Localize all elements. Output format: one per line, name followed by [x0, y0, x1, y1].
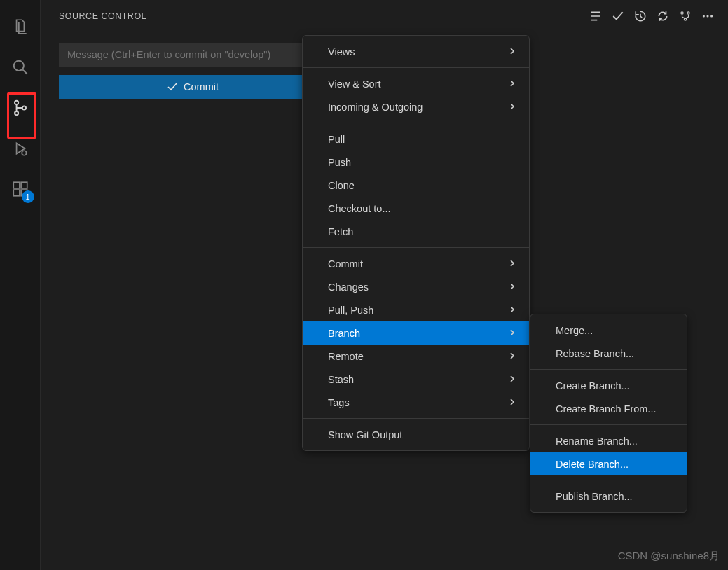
submenu-item-delete-branch-[interactable]: Delete Branch... [530, 452, 687, 475]
tree-icon [589, 10, 602, 22]
panel-title: SOURCE CONTROL [59, 11, 585, 21]
svg-point-3 [14, 111, 18, 115]
menu-item-label: Publish Branch... [556, 491, 633, 502]
svg-point-0 [13, 61, 23, 71]
activity-run-debug[interactable] [4, 132, 37, 165]
chevron-right-icon [508, 46, 516, 57]
menu-item-label: Changes [328, 281, 369, 293]
menu-item-label: Branch [328, 328, 360, 339]
menu-item-label: Remote [328, 351, 364, 362]
svg-point-10 [681, 11, 683, 13]
menu-item-label: Incoming & Outgoing [328, 102, 423, 113]
chevron-right-icon [508, 281, 516, 293]
svg-point-14 [706, 15, 708, 17]
menu-item-label: Checkout to... [328, 203, 390, 214]
menu-item-label: Views [328, 46, 355, 57]
svg-rect-6 [13, 182, 20, 188]
view-tree-button[interactable] [585, 6, 606, 27]
svg-point-11 [687, 11, 689, 13]
search-icon [11, 58, 29, 76]
commit-button-label: Commit [184, 81, 219, 92]
submenu-item-create-branch-from-[interactable]: Create Branch From... [530, 397, 687, 420]
more-icon [701, 10, 714, 22]
check-icon [167, 81, 178, 92]
menu-item-fetch[interactable]: Fetch [303, 220, 529, 243]
chevron-right-icon [508, 258, 516, 270]
activity-source-control[interactable] [4, 91, 37, 125]
history-icon [634, 10, 647, 22]
menu-separator [530, 369, 687, 370]
graph-button[interactable] [675, 6, 696, 27]
graph-icon [679, 10, 692, 22]
menu-separator [303, 247, 529, 248]
menu-item-label: Clone [328, 180, 355, 191]
svg-rect-9 [21, 182, 27, 188]
menu-separator [303, 67, 529, 68]
submenu-item-merge-[interactable]: Merge... [530, 319, 687, 342]
menu-item-incoming-outgoing[interactable]: Incoming & Outgoing [303, 95, 529, 118]
menu-separator [530, 480, 687, 480]
refresh-button[interactable] [652, 6, 673, 27]
menu-item-push[interactable]: Push [303, 151, 529, 174]
chevron-right-icon [508, 374, 516, 385]
menu-item-commit[interactable]: Commit [303, 252, 529, 275]
check-icon [612, 10, 624, 22]
submenu-item-create-branch-[interactable]: Create Branch... [530, 374, 687, 397]
menu-item-show-git-output[interactable]: Show Git Output [303, 423, 529, 446]
chevron-right-icon [508, 78, 516, 90]
menu-item-label: Create Branch... [556, 380, 630, 391]
extensions-badge: 1 [22, 190, 34, 203]
svg-point-13 [703, 15, 705, 17]
menu-separator [303, 418, 529, 419]
chevron-right-icon [508, 328, 516, 339]
menu-item-remote[interactable]: Remote [303, 345, 529, 368]
svg-point-15 [710, 15, 713, 17]
activity-bar: 1 [0, 0, 41, 570]
menu-item-label: Create Branch From... [556, 403, 656, 415]
menu-item-label: Tags [328, 397, 350, 408]
history-button[interactable] [630, 6, 651, 27]
commit-button[interactable]: Commit [59, 75, 327, 99]
menu-item-label: Commit [328, 258, 363, 270]
menu-item-changes[interactable]: Changes [303, 275, 529, 298]
menu-item-branch[interactable]: Branch [303, 321, 529, 345]
menu-item-pull[interactable]: Pull [303, 127, 529, 151]
menu-item-label: Show Git Output [328, 429, 402, 440]
menu-item-label: Pull, Push [328, 305, 373, 316]
menu-item-stash[interactable]: Stash [303, 368, 529, 391]
svg-line-1 [22, 69, 27, 74]
menu-item-label: Fetch [328, 226, 353, 237]
commit-message-input[interactable] [59, 43, 325, 67]
menu-separator [530, 424, 687, 425]
activity-explorer[interactable] [4, 10, 37, 43]
menu-item-label: Push [328, 157, 351, 168]
panel-toolbar [585, 6, 718, 27]
menu-item-label: Delete Branch... [556, 459, 629, 470]
menu-item-clone[interactable]: Clone [303, 174, 529, 197]
menu-separator [303, 123, 529, 123]
menu-item-pull-push[interactable]: Pull, Push [303, 298, 529, 321]
menu-item-label: Rebase Branch... [556, 348, 634, 359]
submenu-item-rename-branch-[interactable]: Rename Branch... [530, 429, 687, 452]
menu-item-label: Pull [328, 134, 345, 145]
menu-item-label: Merge... [556, 325, 593, 336]
more-actions-button[interactable] [697, 6, 718, 27]
submenu-item-rebase-branch-[interactable]: Rebase Branch... [530, 342, 687, 365]
watermark: CSDN @sunshine8月 [618, 550, 720, 563]
menu-item-views[interactable]: Views [303, 40, 529, 63]
activity-search[interactable] [4, 50, 37, 84]
svg-rect-7 [13, 190, 20, 196]
submenu-item-publish-branch-[interactable]: Publish Branch... [530, 485, 687, 508]
chevron-right-icon [508, 305, 516, 316]
commit-check-button[interactable] [607, 6, 629, 27]
svg-point-5 [22, 151, 26, 155]
svg-point-2 [14, 101, 18, 104]
menu-item-label: View & Sort [328, 78, 381, 90]
menu-item-tags[interactable]: Tags [303, 391, 529, 414]
menu-item-checkout-to-[interactable]: Checkout to... [303, 197, 529, 220]
menu-item-view-sort[interactable]: View & Sort [303, 72, 529, 95]
activity-extensions[interactable]: 1 [4, 172, 37, 206]
chevron-right-icon [508, 351, 516, 362]
svg-point-4 [22, 106, 25, 109]
run-debug-icon [11, 139, 29, 158]
